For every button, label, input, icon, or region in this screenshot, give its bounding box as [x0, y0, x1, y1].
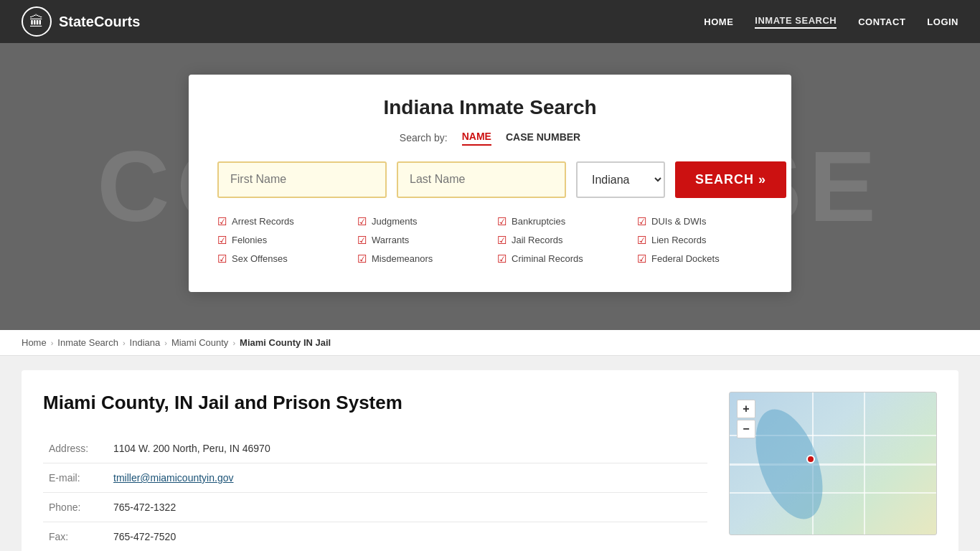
checkbox-icon: ☑ [217, 234, 227, 247]
state-select[interactable]: Indiana Alabama Alaska California Florid… [576, 161, 665, 198]
search-title: Indiana Inmate Search [217, 96, 763, 119]
checkbox-icon: ☑ [357, 234, 367, 247]
checkbox-label: Jail Records [512, 235, 563, 245]
info-label: Phone: [43, 493, 108, 522]
search-by-label: Search by: [400, 132, 448, 143]
checkbox-label: Criminal Records [512, 253, 583, 264]
checkbox-icon: ☑ [497, 253, 507, 265]
search-button[interactable]: SEARCH » [675, 161, 786, 198]
main-nav: HOME INMATE SEARCH CONTACT LOGIN [704, 15, 958, 29]
breadcrumb-link-2[interactable]: Indiana [130, 337, 161, 348]
breadcrumb-link-1[interactable]: Inmate Search [57, 337, 118, 348]
first-name-input[interactable] [217, 161, 387, 198]
checkbox-label: Bankruptcies [512, 216, 565, 227]
info-row: E-mail:tmiller@miamicountyin.gov [43, 463, 707, 493]
info-label: E-mail: [43, 463, 108, 493]
info-value[interactable]: tmiller@miamicountyin.gov [108, 463, 707, 493]
logo-icon: 🏛 [22, 6, 52, 37]
checkbox-icon: ☑ [357, 215, 367, 228]
checkbox-label: DUIs & DWIs [651, 216, 707, 227]
breadcrumb-separator: › [51, 339, 54, 347]
checkbox-icon: ☑ [217, 253, 227, 265]
map-zoom-in[interactable]: + [737, 400, 755, 418]
info-value: 765-472-1322 [108, 493, 707, 522]
tab-name[interactable]: NAME [462, 131, 491, 146]
hero-section: COURTHOUSE Indiana Inmate Search Search … [0, 43, 980, 330]
content-card: Miami County, IN Jail and Prison System … [22, 370, 958, 551]
info-value: 1104 W. 200 North, Peru, IN 46970 [108, 434, 707, 463]
checkbox-item: ☑Jail Records [497, 232, 623, 248]
checkbox-label: Federal Dockets [651, 253, 720, 264]
header: 🏛 StateCourts HOME INMATE SEARCH CONTACT… [0, 0, 980, 43]
info-row: Fax:765-472-7520 [43, 522, 707, 552]
map-zoom-out[interactable]: − [737, 420, 755, 438]
breadcrumb: Home›Inmate Search›Indiana›Miami County›… [0, 330, 980, 356]
checkbox-item: ☑Judgments [357, 214, 483, 230]
map-container[interactable]: + − [729, 392, 937, 535]
checkbox-icon: ☑ [217, 215, 227, 228]
info-link[interactable]: tmiller@miamicountyin.gov [113, 472, 233, 484]
breadcrumb-link-0[interactable]: Home [22, 337, 47, 348]
search-by-row: Search by: NAME CASE NUMBER [217, 131, 763, 146]
main-content: Miami County, IN Jail and Prison System … [0, 356, 980, 551]
checkbox-item: ☑Federal Dockets [637, 251, 763, 267]
checkbox-item: ☑Lien Records [637, 232, 763, 248]
checkbox-icon: ☑ [497, 215, 507, 228]
info-value: 765-472-7520 [108, 522, 707, 552]
checkbox-item: ☑Felonies [217, 232, 343, 248]
breadcrumb-separator: › [164, 339, 167, 347]
tab-case-number[interactable]: CASE NUMBER [506, 131, 580, 145]
logo-text: StateCourts [59, 14, 140, 30]
checkbox-item: ☑Criminal Records [497, 251, 623, 267]
checkbox-icon: ☑ [637, 253, 646, 265]
checkbox-label: Sex Offenses [232, 253, 288, 264]
map-controls: + − [737, 400, 755, 438]
checkbox-item: ☑Bankruptcies [497, 214, 623, 230]
checkbox-label: Felonies [232, 235, 267, 245]
breadcrumb-current: Miami County IN Jail [240, 337, 331, 348]
checkbox-label: Misdemeanors [372, 253, 433, 264]
nav-inmate-search[interactable]: INMATE SEARCH [755, 15, 837, 29]
checkbox-icon: ☑ [637, 234, 646, 247]
breadcrumb-separator: › [123, 339, 126, 347]
logo[interactable]: 🏛 StateCourts [22, 6, 140, 37]
search-inputs-row: Indiana Alabama Alaska California Florid… [217, 161, 763, 198]
checkbox-icon: ☑ [357, 253, 367, 265]
info-label: Address: [43, 434, 108, 463]
info-row: Address:1104 W. 200 North, Peru, IN 4697… [43, 434, 707, 463]
nav-login[interactable]: LOGIN [927, 17, 958, 27]
checkbox-item: ☑Arrest Records [217, 214, 343, 230]
info-table: Address:1104 W. 200 North, Peru, IN 4697… [43, 434, 707, 551]
checkbox-item: ☑Warrants [357, 232, 483, 248]
search-card: Indiana Inmate Search Search by: NAME CA… [189, 75, 791, 292]
content-left: Miami County, IN Jail and Prison System … [43, 392, 707, 551]
checkbox-label: Judgments [372, 216, 418, 227]
breadcrumb-link-3[interactable]: Miami County [171, 337, 228, 348]
checkbox-icon: ☑ [637, 215, 646, 228]
nav-contact[interactable]: CONTACT [858, 17, 905, 27]
info-row: Phone:765-472-1322 [43, 493, 707, 522]
checkbox-item: ☑Sex Offenses [217, 251, 343, 267]
breadcrumb-separator: › [232, 339, 235, 347]
checkbox-label: Arrest Records [232, 216, 294, 227]
checkbox-item: ☑Misdemeanors [357, 251, 483, 267]
checkbox-label: Warrants [372, 235, 409, 245]
checkbox-label: Lien Records [651, 235, 707, 245]
checkbox-grid: ☑Arrest Records☑Judgments☑Bankruptcies☑D… [217, 214, 763, 267]
info-label: Fax: [43, 522, 108, 552]
content-right: + − [729, 392, 937, 551]
nav-home[interactable]: HOME [704, 17, 733, 27]
last-name-input[interactable] [397, 161, 566, 198]
content-title: Miami County, IN Jail and Prison System [43, 392, 707, 414]
checkbox-item: ☑DUIs & DWIs [637, 214, 763, 230]
checkbox-icon: ☑ [497, 234, 507, 247]
